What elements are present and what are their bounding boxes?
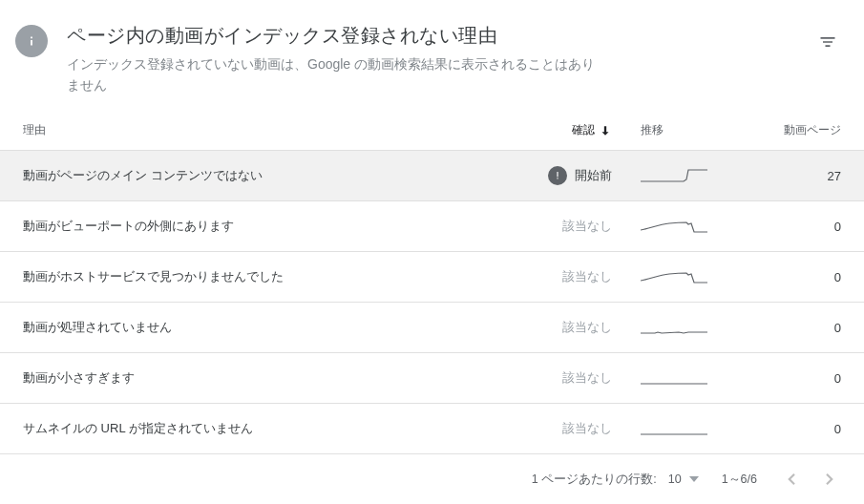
issues-table: 理由 確認 推移 動画ページ 動画がページのメイン コンテンツではない開始前27…	[0, 111, 864, 454]
panel-header: ページ内の動画がインデックス登録されない理由 インデックス登録されていない動画は…	[0, 0, 864, 111]
row-reason-text: 動画が処理されていません	[23, 319, 497, 336]
row-pages-count: 27	[736, 169, 841, 183]
row-confirm-cell: 開始前	[497, 166, 612, 185]
sort-desc-icon	[599, 123, 612, 137]
report-panel: ページ内の動画がインデックス登録されない理由 インデックス登録されていない動画は…	[0, 0, 864, 504]
row-confirm-text: 該当なし	[562, 319, 612, 336]
table-row[interactable]: 動画がホストサービスで見つかりませんでした該当なし0	[0, 252, 864, 303]
status-badge-icon	[548, 166, 567, 185]
row-reason-text: 動画がビューポートの外側にあります	[23, 218, 497, 235]
filter-button[interactable]	[814, 29, 841, 55]
column-header-trend[interactable]: 推移	[612, 122, 736, 138]
chevron-right-icon	[824, 473, 835, 485]
info-icon	[15, 25, 48, 57]
row-confirm-text: 該当なし	[562, 420, 612, 437]
row-trend-cell	[612, 368, 736, 388]
row-pages-count: 0	[736, 321, 841, 335]
sparkline-chart	[641, 419, 707, 438]
table-row[interactable]: 動画がビューポートの外側にあります該当なし0	[0, 201, 864, 252]
pagination-bar: 1 ページあたりの行数: 10 1～6/6	[0, 454, 864, 504]
sparkline-chart	[641, 217, 707, 236]
table-row[interactable]: 動画が小さすぎます該当なし0	[0, 353, 864, 404]
sparkline-chart	[641, 368, 707, 388]
page-nav	[780, 468, 841, 491]
column-header-reason[interactable]: 理由	[23, 122, 497, 138]
dropdown-icon	[689, 474, 699, 484]
table-row[interactable]: 動画がページのメイン コンテンツではない開始前27	[0, 151, 864, 201]
row-trend-cell	[612, 166, 736, 185]
sparkline-chart	[641, 267, 707, 286]
panel-subtitle: インデックス登録されていない動画は、Google の動画検索結果に表示されること…	[67, 54, 601, 95]
row-reason-text: サムネイルの URL が指定されていません	[23, 420, 497, 437]
row-pages-count: 0	[736, 371, 841, 386]
rows-per-page-value: 10	[668, 472, 682, 486]
row-reason-text: 動画が小さすぎます	[23, 369, 497, 387]
row-confirm-text: 該当なし	[562, 218, 612, 235]
row-confirm-cell: 該当なし	[497, 268, 612, 285]
table-row[interactable]: 動画が処理されていません該当なし0	[0, 303, 864, 353]
rows-per-page: 1 ページあたりの行数: 10	[532, 472, 699, 488]
filter-icon	[818, 32, 837, 52]
row-confirm-text: 該当なし	[562, 369, 612, 387]
sparkline-chart	[641, 166, 707, 185]
row-confirm-text: 該当なし	[562, 268, 612, 285]
row-confirm-cell: 該当なし	[497, 218, 612, 235]
row-confirm-cell: 該当なし	[497, 369, 612, 387]
rows-per-page-label: 1 ページあたりの行数:	[532, 472, 657, 488]
row-pages-count: 0	[736, 270, 841, 284]
table-header-row: 理由 確認 推移 動画ページ	[0, 111, 864, 151]
panel-title: ページ内の動画がインデックス登録されない理由	[67, 23, 795, 49]
header-text: ページ内の動画がインデックス登録されない理由 インデックス登録されていない動画は…	[67, 23, 795, 95]
row-confirm-cell: 該当なし	[497, 319, 612, 336]
table-row[interactable]: サムネイルの URL が指定されていません該当なし0	[0, 404, 864, 454]
row-confirm-text: 開始前	[575, 167, 612, 184]
page-range-label: 1～6/6	[722, 472, 757, 488]
row-trend-cell	[612, 419, 736, 438]
column-header-confirm-label: 確認	[572, 122, 595, 138]
row-reason-text: 動画がホストサービスで見つかりませんでした	[23, 268, 497, 285]
column-header-pages[interactable]: 動画ページ	[736, 122, 841, 138]
row-reason-text: 動画がページのメイン コンテンツではない	[23, 167, 497, 184]
next-page-button[interactable]	[818, 468, 841, 491]
row-pages-count: 0	[736, 220, 841, 234]
row-pages-count: 0	[736, 422, 841, 436]
sparkline-chart	[641, 318, 707, 337]
chevron-left-icon	[786, 473, 797, 485]
column-header-confirm[interactable]: 確認	[497, 122, 612, 138]
row-trend-cell	[612, 318, 736, 337]
row-trend-cell	[612, 267, 736, 286]
row-confirm-cell: 該当なし	[497, 420, 612, 437]
prev-page-button[interactable]	[780, 468, 803, 491]
row-trend-cell	[612, 217, 736, 236]
rows-per-page-select[interactable]: 10	[668, 472, 699, 486]
